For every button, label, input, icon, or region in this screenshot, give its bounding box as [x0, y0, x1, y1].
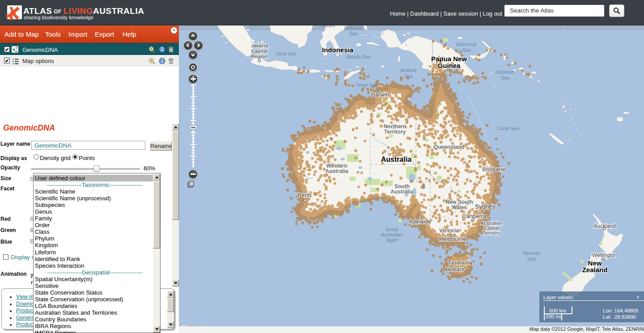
svg-text:Java Sea: Java Sea	[275, 51, 297, 56]
svg-text:Sea: Sea	[404, 73, 413, 79]
svg-text:Australian: Australian	[381, 232, 403, 237]
svg-text:Hobart: Hobart	[445, 266, 463, 273]
svg-text:Australia: Australia	[390, 189, 414, 195]
svg-text:Indonesia: Indonesia	[322, 46, 354, 54]
svg-text:Capital: Capital	[251, 48, 268, 54]
svg-text:Timor Sea: Timor Sea	[356, 82, 378, 88]
svg-text:Brisbane: Brisbane	[482, 166, 505, 173]
svg-text:Coral Sea: Coral Sea	[497, 126, 519, 131]
svg-text:Adelaide: Adelaide	[409, 218, 432, 225]
svg-text:Jakarta: Jakarta	[251, 43, 268, 48]
svg-text:Territory: Territory	[384, 129, 406, 135]
svg-text:Wales: Wales	[452, 204, 467, 211]
svg-text:Territory: Territory	[483, 230, 500, 236]
svg-text:Sea: Sea	[349, 31, 358, 36]
svg-text:Arafura: Arafura	[400, 67, 416, 73]
svg-text:Bismarck: Bismarck	[456, 42, 477, 47]
svg-text:Zealand: Zealand	[582, 266, 608, 274]
svg-text:Bight: Bight	[386, 237, 398, 243]
svg-text:Great: Great	[386, 227, 398, 232]
svg-text:Solomon: Solomon	[495, 69, 514, 75]
svg-text:Australia: Australia	[381, 156, 412, 163]
svg-text:Tomini: Tomini	[321, 25, 335, 28]
svg-text:Guinea: Guinea	[438, 62, 461, 69]
svg-text:Canberra: Canberra	[462, 213, 487, 219]
svg-text:Sea: Sea	[527, 256, 536, 261]
svg-text:Banda Sea: Banda Sea	[347, 54, 371, 59]
svg-text:Queensland: Queensland	[434, 144, 465, 150]
svg-text:Tasman: Tasman	[523, 250, 540, 256]
svg-text:Sydney: Sydney	[475, 203, 496, 210]
svg-text:Sea: Sea	[500, 75, 509, 80]
svg-text:Perth: Perth	[297, 192, 311, 198]
svg-text:Region: Region	[251, 54, 268, 59]
svg-text:Tasmania: Tasmania	[448, 260, 473, 266]
svg-text:Victoria: Victoria	[439, 228, 459, 234]
svg-text:Sea: Sea	[462, 47, 471, 53]
svg-text:Australia: Australia	[325, 168, 348, 174]
svg-text:Molucca: Molucca	[344, 25, 363, 30]
